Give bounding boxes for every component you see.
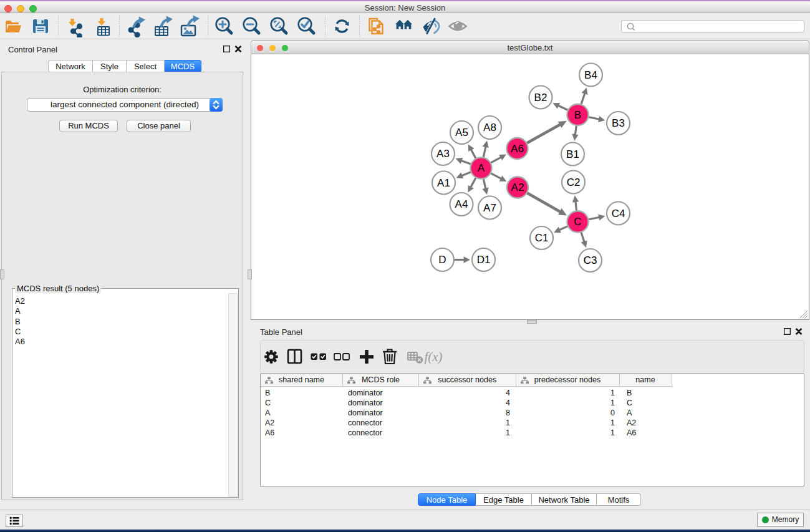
svg-text:C: C — [574, 216, 581, 228]
svg-text:C4: C4 — [612, 208, 625, 220]
svg-text:f(x): f(x) — [424, 349, 442, 364]
svg-text:A1: A1 — [437, 177, 450, 189]
svg-text:A7: A7 — [483, 202, 496, 214]
svg-text:C1: C1 — [535, 232, 549, 244]
svg-text:A: A — [478, 162, 485, 174]
svg-text:C3: C3 — [584, 254, 597, 266]
svg-text:A3: A3 — [436, 148, 450, 160]
svg-text:A2: A2 — [511, 181, 524, 193]
svg-text:D: D — [438, 254, 446, 266]
svg-text:A6: A6 — [511, 143, 524, 155]
svg-text:B1: B1 — [566, 148, 579, 160]
svg-text:D1: D1 — [477, 254, 491, 266]
svg-text:B3: B3 — [612, 117, 625, 129]
svg-text:B2: B2 — [534, 92, 547, 104]
svg-text:A4: A4 — [455, 198, 468, 210]
svg-text:B4: B4 — [584, 69, 597, 81]
svg-text:A5: A5 — [455, 127, 468, 138]
svg-text:A8: A8 — [483, 122, 496, 133]
svg-text:B: B — [574, 109, 581, 121]
svg-text:C2: C2 — [567, 177, 581, 188]
